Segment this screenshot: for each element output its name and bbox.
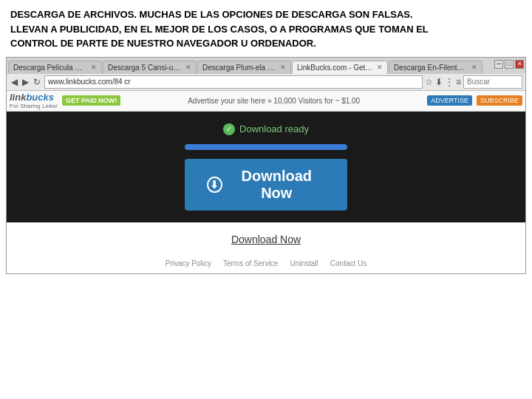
tab-1[interactable]: Descarga Pelicula Giv × F... ✕	[8, 61, 102, 74]
search-input[interactable]	[463, 75, 522, 89]
warning-line2: LLEVAN A PUBLICIDAD, EN EL MEJOR DE LOS …	[10, 24, 429, 35]
download-link[interactable]: Download Now	[231, 233, 301, 245]
url-bar[interactable]: www.linkbucks.com/84 cr	[44, 75, 423, 89]
white-section: Download Now Privacy Policy Terms of Ser…	[7, 222, 525, 273]
subscribe-button[interactable]: SUBSCRIBE	[477, 95, 522, 106]
footer-links: Privacy Policy Terms of Service Uninstal…	[7, 259, 525, 267]
warning-text-block: DESCARGA DE ARCHIVOS. MUCHAS DE LAS OPCI…	[0, 0, 532, 57]
url-text: www.linkbucks.com/84 cr	[48, 78, 131, 86]
uninstall-link[interactable]: Uninstall	[290, 259, 318, 267]
tab-2-label: Descarga 5 Cansi-ubs...	[108, 64, 182, 72]
advertise-text: Advertise your site here » 10,000 Visito…	[125, 97, 423, 105]
download-area: ✓ Download ready ⬇ Download Now	[7, 112, 525, 222]
download-now-button[interactable]: ⬇ Download Now	[185, 159, 347, 211]
download-ready-text: Download ready	[239, 123, 309, 134]
browser-window: Descarga Pelicula Giv × F... ✕ Descarga …	[6, 57, 526, 274]
tab-3-label: Descarga Plum-ela × los...	[202, 64, 276, 72]
back-button[interactable]: ◀	[10, 77, 19, 87]
logo-text: linkbucks	[10, 92, 54, 103]
progress-bar	[185, 144, 347, 150]
settings-icon[interactable]: ≡	[456, 77, 461, 87]
tab-5-close[interactable]: ✕	[471, 64, 477, 71]
tab-bar: Descarga Pelicula Giv × F... ✕ Descarga …	[7, 58, 525, 74]
advertise-button[interactable]: ADVERTISE	[427, 95, 472, 106]
maximize-button[interactable]: □	[505, 60, 514, 69]
minimize-button[interactable]: ─	[494, 60, 503, 69]
close-button[interactable]: ✕	[515, 60, 524, 69]
contact-us-link[interactable]: Contact Us	[330, 259, 366, 267]
warning-line3: CONTROL DE PARTE DE NUESTRO NAVEGADOR U …	[10, 38, 316, 49]
progress-bar-fill	[185, 144, 347, 150]
tab-4[interactable]: LinkBucks.com - Get yo...doo... ✕	[292, 61, 388, 74]
star-icon[interactable]: ☆	[425, 77, 433, 87]
check-icon: ✓	[223, 123, 235, 135]
tab-1-label: Descarga Pelicula Giv × F...	[13, 64, 87, 72]
linkbucks-logo: linkbucks For Sharing Links!	[10, 92, 58, 109]
nav-buttons: ◀ ▶ ↻	[10, 77, 42, 87]
logo-tagline: For Sharing Links!	[10, 103, 58, 109]
tab-5[interactable]: Descarga En-Filente Fris... ✕	[389, 61, 482, 74]
address-bar: ◀ ▶ ↻ www.linkbucks.com/84 cr ☆ ⬇ ⋮ ≡	[7, 74, 525, 91]
terms-of-service-link[interactable]: Terms of Service	[223, 259, 278, 267]
get-paid-button[interactable]: GET PAID NOW!	[62, 95, 120, 106]
tab-2-close[interactable]: ✕	[185, 64, 191, 71]
tab-2[interactable]: Descarga 5 Cansi-ubs... ✕	[103, 61, 197, 74]
linkbucks-toolbar: linkbucks For Sharing Links! GET PAID NO…	[7, 91, 525, 112]
forward-button[interactable]: ▶	[21, 77, 30, 87]
toolbar-icons: ☆ ⬇ ⋮ ≡	[425, 77, 461, 87]
tab-4-label: LinkBucks.com - Get yo...doo...	[297, 64, 373, 72]
window-controls: ─ □ ✕	[494, 60, 524, 69]
tab-5-label: Descarga En-Filente Fris...	[394, 64, 468, 72]
tab-3-close[interactable]: ✕	[280, 64, 286, 71]
warning-line1: DESCARGA DE ARCHIVOS. MUCHAS DE LAS OPCI…	[10, 9, 413, 20]
download-icon[interactable]: ⬇	[435, 77, 443, 87]
refresh-button[interactable]: ↻	[32, 77, 42, 87]
bookmark-icon[interactable]: ⋮	[445, 77, 454, 87]
download-now-label: Download Now	[228, 168, 325, 202]
tab-4-close[interactable]: ✕	[377, 64, 383, 71]
privacy-policy-link[interactable]: Privacy Policy	[166, 259, 211, 267]
tab-1-close[interactable]: ✕	[91, 64, 97, 71]
download-circle-icon: ⬇	[207, 177, 222, 193]
tab-3[interactable]: Descarga Plum-ela × los... ✕	[197, 61, 291, 74]
download-ready-row: ✓ Download ready	[223, 123, 309, 135]
